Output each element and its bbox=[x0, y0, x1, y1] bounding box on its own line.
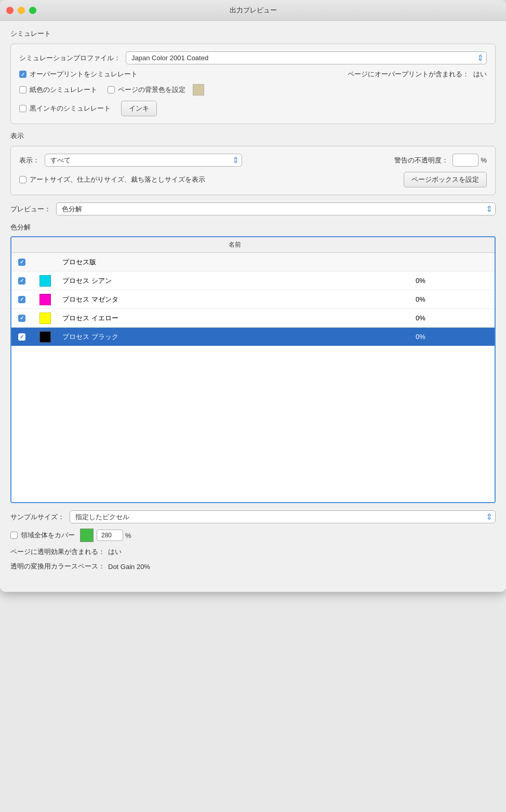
colorspace-label: 透明の変換用カラースペース： bbox=[10, 562, 105, 571]
row1-extra bbox=[453, 260, 495, 264]
th-check bbox=[11, 237, 32, 252]
content-area: シミュレート シミュレーションプロファイル： Japan Color 2001 … bbox=[0, 21, 506, 592]
profile-label: シミュレーションプロファイル： bbox=[19, 53, 121, 63]
paper-color-checkbox[interactable] bbox=[19, 86, 26, 93]
window-controls bbox=[6, 7, 36, 14]
cover-checkbox[interactable] bbox=[10, 532, 18, 539]
ink-button[interactable]: インキ bbox=[121, 101, 157, 116]
row1-color bbox=[32, 260, 58, 264]
display-select-wrapper: すべて ⇕ bbox=[45, 154, 242, 167]
row1-name: プロセス版 bbox=[58, 255, 411, 269]
sample-select[interactable]: 指定したピクセル bbox=[70, 510, 496, 523]
overprint-label: オーバープリントをシミュレレート bbox=[30, 70, 138, 79]
cover-unit: % bbox=[125, 532, 131, 539]
row2-name: プロセス シアン bbox=[58, 274, 411, 288]
preview-row: プレビュー： 色分解 ⇕ bbox=[10, 202, 496, 215]
table-body: プロセス版 プロセス シアン 0% bbox=[11, 253, 495, 502]
cover-label: 領域全体をカバー bbox=[21, 531, 75, 540]
row3-checkbox[interactable] bbox=[18, 296, 25, 303]
row1-pct bbox=[411, 260, 453, 264]
row2-color-swatch bbox=[39, 275, 51, 287]
table-row[interactable]: プロセス イエロー 0% bbox=[11, 309, 495, 328]
row5-color bbox=[32, 329, 58, 345]
display-section-box: 表示： すべて ⇕ 警告の不透明度： 100 % アートサイズ、仕上がりサイズ、… bbox=[10, 146, 496, 195]
overprint-checkbox-row: オーバープリントをシミュレレート bbox=[19, 70, 138, 79]
row5-name: プロセス ブラック bbox=[58, 330, 411, 344]
warning-unit: % bbox=[481, 156, 487, 164]
row5-check bbox=[11, 331, 32, 343]
row1-check bbox=[11, 256, 32, 268]
overprint-checkbox[interactable] bbox=[19, 71, 26, 78]
row4-color bbox=[32, 310, 58, 326]
display-section-title: 表示 bbox=[10, 131, 496, 141]
warning-label: 警告の不透明度： bbox=[394, 156, 448, 165]
preview-select[interactable]: 色分解 bbox=[56, 202, 496, 215]
row4-check bbox=[11, 313, 32, 324]
table-row[interactable]: プロセス版 bbox=[11, 253, 495, 272]
color-sep-title: 色分解 bbox=[10, 223, 496, 232]
black-ink-checkbox[interactable] bbox=[19, 105, 26, 112]
row3-check bbox=[11, 294, 32, 305]
overprint-status-value: はい bbox=[473, 70, 487, 79]
row3-extra bbox=[453, 297, 495, 302]
preview-label: プレビュー： bbox=[10, 205, 51, 214]
minimize-button[interactable] bbox=[18, 7, 25, 14]
window-title: 出力プレビュー bbox=[230, 6, 277, 15]
sample-select-wrapper: 指定したピクセル ⇕ bbox=[70, 510, 496, 523]
display-row: 表示： すべて ⇕ 警告の不透明度： 100 % bbox=[19, 154, 487, 167]
row5-checkbox[interactable] bbox=[18, 333, 25, 341]
row4-checkbox[interactable] bbox=[18, 315, 25, 322]
row4-pct: 0% bbox=[411, 312, 453, 324]
display-label: 表示： bbox=[19, 156, 39, 165]
empty-table-area bbox=[11, 346, 495, 502]
cover-row: 領域全体をカバー 280 % bbox=[10, 529, 496, 542]
profile-row: シミュレーションプロファイル： Japan Color 2001 Coated … bbox=[19, 51, 487, 64]
simulate-section-box: シミュレーションプロファイル： Japan Color 2001 Coated … bbox=[10, 44, 496, 124]
row5-pct: 0% bbox=[411, 331, 453, 343]
pagebox-button[interactable]: ページボックスを設定 bbox=[404, 172, 487, 187]
maximize-button[interactable] bbox=[29, 7, 36, 14]
artsize-checkbox[interactable] bbox=[19, 176, 26, 183]
bg-color-swatch[interactable] bbox=[193, 84, 204, 96]
row2-checkbox[interactable] bbox=[18, 277, 25, 285]
profile-select[interactable]: Japan Color 2001 Coated bbox=[126, 51, 487, 64]
row3-pct: 0% bbox=[411, 293, 453, 305]
table-row[interactable]: プロセス ブラック 0% bbox=[11, 328, 495, 346]
close-button[interactable] bbox=[6, 7, 14, 14]
profile-select-wrapper: Japan Color 2001 Coated ⇕ bbox=[126, 51, 487, 64]
page-bg-label: ページの背景色を設定 bbox=[118, 85, 185, 94]
black-ink-label: 黒インキのシミュレレート bbox=[30, 104, 111, 113]
paper-color-label: 紙色のシミュレレート bbox=[30, 85, 97, 94]
row5-color-swatch bbox=[39, 331, 51, 343]
th-extra bbox=[453, 237, 495, 252]
main-window: 出力プレビュー シミュレート シミュレーションプロファイル： Japan Col… bbox=[0, 0, 506, 592]
black-ink-checkbox-row: 黒インキのシミュレレート bbox=[19, 104, 111, 113]
row4-color-swatch bbox=[39, 313, 51, 324]
table-row[interactable]: プロセス シアン 0% bbox=[11, 272, 495, 290]
transparency-row: ページに透明効果が含まれる： はい bbox=[10, 547, 496, 557]
cover-value-select[interactable]: 280 bbox=[97, 530, 123, 541]
cover-value-wrapper: 280 bbox=[97, 530, 123, 541]
row5-extra bbox=[453, 335, 495, 339]
table-row[interactable]: プロセス マゼンタ 0% bbox=[11, 290, 495, 309]
page-bg-checkbox[interactable] bbox=[108, 86, 115, 93]
black-ink-row: 黒インキのシミュレレート インキ bbox=[19, 101, 487, 116]
warning-opacity-input[interactable]: 100 bbox=[452, 154, 478, 167]
green-color-swatch[interactable] bbox=[80, 529, 94, 542]
overprint-status-label: ページにオーバープリントが含まれる： bbox=[348, 70, 469, 79]
row2-extra bbox=[453, 279, 495, 283]
artsize-checkbox-row: アートサイズ、仕上がりサイズ、裁ち落としサイズを表示 bbox=[19, 175, 404, 184]
page-bg-checkbox-row: ページの背景色を設定 bbox=[108, 84, 204, 96]
th-name: 名前 bbox=[58, 237, 411, 252]
row1-checkbox[interactable] bbox=[18, 259, 25, 266]
colorspace-value: Dot Gain 20% bbox=[108, 563, 150, 571]
preview-select-wrapper: 色分解 ⇕ bbox=[56, 202, 496, 215]
overprint-row: オーバープリントをシミュレレート ページにオーバープリントが含まれる： はい bbox=[19, 70, 487, 79]
artsize-label: アートサイズ、仕上がりサイズ、裁ち落としサイズを表示 bbox=[30, 175, 205, 184]
artsize-row: アートサイズ、仕上がりサイズ、裁ち落としサイズを表示 ページボックスを設定 bbox=[19, 172, 487, 187]
color-sep-table: 名前 プロセス版 bbox=[10, 236, 496, 503]
transparency-label: ページに透明効果が含まれる： bbox=[10, 547, 105, 557]
display-select[interactable]: すべて bbox=[45, 154, 242, 167]
row2-color bbox=[32, 273, 58, 289]
th-color bbox=[32, 237, 58, 252]
